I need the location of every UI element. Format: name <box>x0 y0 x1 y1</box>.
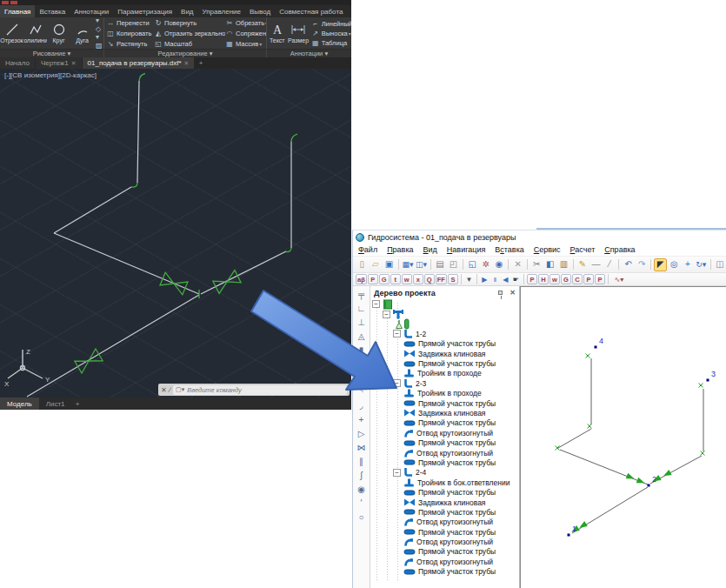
tree-row[interactable]: Тройник в проходе <box>370 389 519 398</box>
schematic-canvas[interactable]: 1234 <box>520 286 726 588</box>
draw-panel-title[interactable]: Рисование ▾ <box>0 50 104 57</box>
command-input[interactable]: ▢▾ Введите команду <box>173 385 347 395</box>
ribbon-tab[interactable]: Вывод <box>245 5 275 17</box>
elbow-icon[interactable]: ∟ <box>357 302 366 316</box>
dock-window-button[interactable]: ◫ <box>714 258 726 271</box>
scale-button[interactable]: ◱Масштаб <box>154 39 225 48</box>
cut-button[interactable]: ✂ <box>530 258 543 271</box>
pin-icon[interactable] <box>498 291 503 295</box>
close-icon[interactable]: ✕ <box>184 60 190 67</box>
paste-button[interactable]: ▥ <box>557 258 570 271</box>
ribbon-tab[interactable]: Вставка <box>35 5 70 17</box>
pan-button[interactable]: + <box>682 258 695 271</box>
bend-up-icon[interactable]: ◜ <box>360 371 363 385</box>
collapse-toggle[interactable]: − <box>383 311 390 318</box>
schematic-node[interactable] <box>707 379 709 382</box>
tree-row[interactable]: −2-4 <box>370 468 519 478</box>
tree-row[interactable]: Прямой участок трубы <box>370 567 519 577</box>
reducer-icon[interactable]: ▷ <box>358 427 365 441</box>
tree-row[interactable]: Задвижка клиновая <box>370 498 519 507</box>
tree-row[interactable]: Прямой участок трубы <box>370 527 519 537</box>
tree-row[interactable]: Прямой участок трубы <box>370 398 519 408</box>
collapse-toggle[interactable]: − <box>393 469 401 477</box>
bend-right-icon[interactable]: ◝ <box>360 385 363 399</box>
linear-dim-button[interactable]: ⌐Линейный▾ <box>311 19 351 28</box>
drawing-viewport[interactable]: [-][СВ изометрия][2D-каркас] <box>0 69 351 398</box>
new-tab-button[interactable]: + <box>195 57 206 69</box>
line-tool-button[interactable]: Отрезок <box>0 17 23 49</box>
ribbon-tab[interactable]: Аннотации <box>70 5 113 17</box>
remove-element-button[interactable]: — <box>589 258 603 271</box>
rotate-button[interactable]: ↻Повернуть <box>154 18 225 27</box>
ribbon-tab[interactable]: Вид <box>177 5 197 17</box>
result-letter-button[interactable]: w <box>549 274 560 284</box>
result-letter-button[interactable]: P <box>595 274 605 284</box>
tree-row[interactable]: Отвод крутоизогнутый <box>370 537 519 546</box>
tree-row[interactable]: Прямой участок трубы <box>370 547 519 557</box>
tree-row[interactable]: Отвод крутоизогнутый <box>370 557 519 566</box>
pipe-edge[interactable] <box>558 429 591 448</box>
hydro-title-bar[interactable]: Гидросистема - 01_подача в резервуары <box>353 231 726 244</box>
result-letter-button[interactable]: P <box>583 274 594 284</box>
mirror-button[interactable]: ◭Отразить зеркально <box>154 29 225 37</box>
tools-button[interactable]: ✲ <box>479 258 492 271</box>
edit-panel-title[interactable]: Редактирование ▾ <box>104 50 267 57</box>
draw-pipe-button[interactable]: ✎ <box>576 258 589 271</box>
file-tab[interactable]: 01_подача в резервуары.dxf*✕ <box>83 57 195 69</box>
tree-row[interactable]: Задвижка клиновая <box>370 349 519 358</box>
close-icon[interactable]: ✕ <box>510 289 516 297</box>
pipeline-icon[interactable]: ╤ <box>358 288 364 302</box>
result-letter-button[interactable]: t <box>390 274 401 284</box>
result-letter-button[interactable]: G <box>561 274 571 284</box>
print-button[interactable]: ▤ <box>434 258 447 271</box>
result-letter-button[interactable]: G <box>379 274 390 284</box>
tree-row[interactable]: Задвижка клиновая <box>370 408 519 418</box>
move-button[interactable]: ↔Перенести <box>106 18 154 27</box>
delete-x-button[interactable]: ✕ <box>511 258 524 271</box>
tee-icon[interactable]: ⊥ <box>357 316 365 330</box>
flange-icon[interactable]: ∥ <box>359 455 363 469</box>
tree-row[interactable]: Отвод крутоизогнутый <box>370 518 519 527</box>
wrench-icon[interactable]: ∕ <box>170 386 170 394</box>
collapse-toggle[interactable]: − <box>393 379 401 387</box>
result-letter-button[interactable]: S <box>448 274 458 284</box>
graph-button[interactable]: ∿▾ <box>611 276 627 284</box>
cross-icon[interactable]: + <box>359 413 364 427</box>
tree-row[interactable]: Прямой участок трубы <box>370 358 519 368</box>
ribbon-tab[interactable]: Параметризация <box>113 5 177 17</box>
result-letter-button[interactable]: H <box>538 274 549 284</box>
ribbon-tab[interactable]: Управление <box>198 5 245 17</box>
result-letter-button[interactable]: FF <box>436 274 447 284</box>
report-table-button[interactable]: ▦▾ <box>402 258 415 271</box>
schematic-node[interactable] <box>648 484 650 487</box>
new-layout-button[interactable]: + <box>72 398 83 410</box>
orifice-icon[interactable]: ○ <box>358 511 363 525</box>
compensator-icon[interactable]: ʃ <box>360 469 362 483</box>
pipe-icon[interactable]: ▬ <box>357 357 366 371</box>
tree-row[interactable]: −2-3 <box>370 378 519 388</box>
close-icon[interactable]: ✕ <box>71 60 77 67</box>
copy-button[interactable]: ◧ <box>544 258 557 271</box>
menu-item[interactable]: Сервис <box>534 245 561 254</box>
arc-tool-button[interactable]: Дуга <box>70 17 94 49</box>
dimension-tool-button[interactable]: Размер <box>287 17 309 49</box>
text-tool-button[interactable]: A Текст <box>267 17 287 49</box>
open-file-button[interactable]: ▱ <box>370 258 383 271</box>
pipe-edge[interactable] <box>560 450 648 484</box>
file-tab[interactable]: Чертеж1✕ <box>36 57 82 69</box>
tree-row[interactable]: Отвод крутоизогнутый <box>370 428 519 438</box>
ellipse-tool-icon[interactable]: ◇ ▾ <box>96 25 103 41</box>
tree-row[interactable]: Прямой участок трубы <box>370 418 519 428</box>
tree-row[interactable]: Тройник в бок.ответвлении <box>370 478 519 487</box>
schematic-node[interactable] <box>595 346 597 349</box>
collapse-toggle[interactable]: − <box>393 330 401 337</box>
result-letter-button[interactable]: аβ <box>356 274 367 284</box>
circle-tool-button[interactable]: Круг <box>47 17 70 49</box>
start-calc-button[interactable]: ▶ <box>480 276 490 284</box>
result-letter-button[interactable]: P <box>527 274 537 284</box>
layout-tab[interactable]: Модель <box>0 398 39 410</box>
ribbon-tab[interactable]: Совместная работа <box>275 5 347 17</box>
fillet-button[interactable]: ◠Сопряжение▾ <box>225 29 267 37</box>
annotate-panel-title[interactable]: Аннотации ▾ <box>267 50 351 57</box>
viewport-controls[interactable]: [-][СВ изометрия][2D-каркас] <box>4 71 97 79</box>
